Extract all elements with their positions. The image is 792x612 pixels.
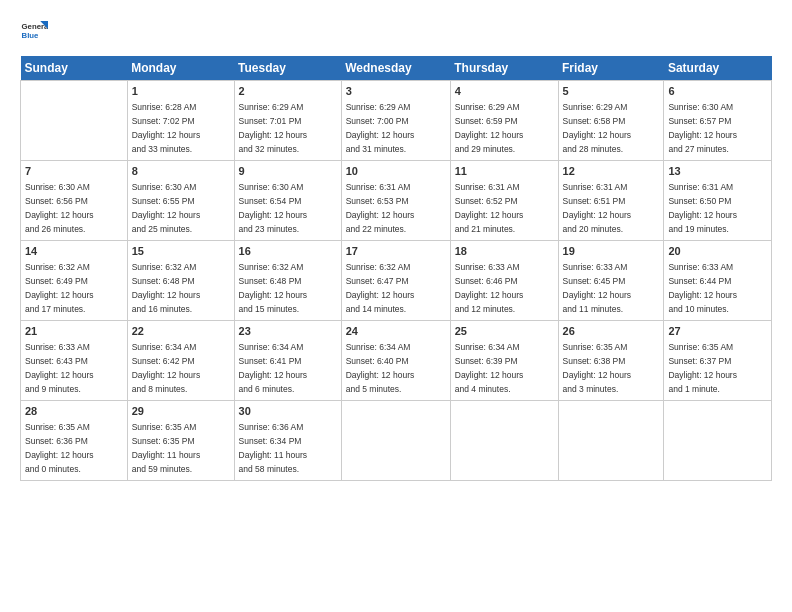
day-number: 23 <box>239 324 337 339</box>
day-number: 27 <box>668 324 767 339</box>
day-info: Sunrise: 6:34 AM Sunset: 6:41 PM Dayligh… <box>239 342 308 394</box>
day-number: 12 <box>563 164 660 179</box>
weekday-header-sunday: Sunday <box>21 56 128 81</box>
day-number: 30 <box>239 404 337 419</box>
day-info: Sunrise: 6:33 AM Sunset: 6:44 PM Dayligh… <box>668 262 737 314</box>
calendar-cell: 5Sunrise: 6:29 AM Sunset: 6:58 PM Daylig… <box>558 81 664 161</box>
day-number: 13 <box>668 164 767 179</box>
svg-text:Blue: Blue <box>22 31 40 40</box>
calendar-cell: 27Sunrise: 6:35 AM Sunset: 6:37 PM Dayli… <box>664 321 772 401</box>
weekday-header-friday: Friday <box>558 56 664 81</box>
day-info: Sunrise: 6:31 AM Sunset: 6:50 PM Dayligh… <box>668 182 737 234</box>
day-info: Sunrise: 6:29 AM Sunset: 6:59 PM Dayligh… <box>455 102 524 154</box>
day-number: 21 <box>25 324 123 339</box>
day-number: 6 <box>668 84 767 99</box>
calendar-cell: 19Sunrise: 6:33 AM Sunset: 6:45 PM Dayli… <box>558 241 664 321</box>
weekday-header-wednesday: Wednesday <box>341 56 450 81</box>
day-info: Sunrise: 6:35 AM Sunset: 6:38 PM Dayligh… <box>563 342 632 394</box>
day-number: 20 <box>668 244 767 259</box>
day-number: 26 <box>563 324 660 339</box>
day-info: Sunrise: 6:34 AM Sunset: 6:40 PM Dayligh… <box>346 342 415 394</box>
calendar-cell: 8Sunrise: 6:30 AM Sunset: 6:55 PM Daylig… <box>127 161 234 241</box>
day-info: Sunrise: 6:31 AM Sunset: 6:53 PM Dayligh… <box>346 182 415 234</box>
calendar-week-5: 28Sunrise: 6:35 AM Sunset: 6:36 PM Dayli… <box>21 401 772 481</box>
calendar-cell <box>450 401 558 481</box>
calendar-cell: 26Sunrise: 6:35 AM Sunset: 6:38 PM Dayli… <box>558 321 664 401</box>
calendar-cell: 28Sunrise: 6:35 AM Sunset: 6:36 PM Dayli… <box>21 401 128 481</box>
calendar-cell: 4Sunrise: 6:29 AM Sunset: 6:59 PM Daylig… <box>450 81 558 161</box>
day-info: Sunrise: 6:34 AM Sunset: 6:39 PM Dayligh… <box>455 342 524 394</box>
day-info: Sunrise: 6:32 AM Sunset: 6:48 PM Dayligh… <box>132 262 201 314</box>
day-number: 28 <box>25 404 123 419</box>
day-info: Sunrise: 6:30 AM Sunset: 6:54 PM Dayligh… <box>239 182 308 234</box>
calendar-cell: 9Sunrise: 6:30 AM Sunset: 6:54 PM Daylig… <box>234 161 341 241</box>
day-number: 29 <box>132 404 230 419</box>
day-info: Sunrise: 6:29 AM Sunset: 7:01 PM Dayligh… <box>239 102 308 154</box>
calendar-cell: 3Sunrise: 6:29 AM Sunset: 7:00 PM Daylig… <box>341 81 450 161</box>
calendar-week-2: 7Sunrise: 6:30 AM Sunset: 6:56 PM Daylig… <box>21 161 772 241</box>
calendar-cell: 12Sunrise: 6:31 AM Sunset: 6:51 PM Dayli… <box>558 161 664 241</box>
day-info: Sunrise: 6:36 AM Sunset: 6:34 PM Dayligh… <box>239 422 308 474</box>
weekday-header-thursday: Thursday <box>450 56 558 81</box>
day-info: Sunrise: 6:35 AM Sunset: 6:35 PM Dayligh… <box>132 422 201 474</box>
calendar-cell <box>341 401 450 481</box>
day-number: 25 <box>455 324 554 339</box>
day-info: Sunrise: 6:29 AM Sunset: 7:00 PM Dayligh… <box>346 102 415 154</box>
day-number: 10 <box>346 164 446 179</box>
day-number: 24 <box>346 324 446 339</box>
logo: General Blue <box>20 18 52 46</box>
day-number: 11 <box>455 164 554 179</box>
calendar-cell: 21Sunrise: 6:33 AM Sunset: 6:43 PM Dayli… <box>21 321 128 401</box>
calendar-cell: 1Sunrise: 6:28 AM Sunset: 7:02 PM Daylig… <box>127 81 234 161</box>
day-info: Sunrise: 6:35 AM Sunset: 6:36 PM Dayligh… <box>25 422 94 474</box>
calendar-week-3: 14Sunrise: 6:32 AM Sunset: 6:49 PM Dayli… <box>21 241 772 321</box>
day-number: 7 <box>25 164 123 179</box>
calendar-cell: 2Sunrise: 6:29 AM Sunset: 7:01 PM Daylig… <box>234 81 341 161</box>
day-number: 16 <box>239 244 337 259</box>
calendar-cell <box>21 81 128 161</box>
day-number: 15 <box>132 244 230 259</box>
day-number: 4 <box>455 84 554 99</box>
calendar-cell: 22Sunrise: 6:34 AM Sunset: 6:42 PM Dayli… <box>127 321 234 401</box>
day-info: Sunrise: 6:33 AM Sunset: 6:43 PM Dayligh… <box>25 342 94 394</box>
calendar-cell: 30Sunrise: 6:36 AM Sunset: 6:34 PM Dayli… <box>234 401 341 481</box>
calendar-cell: 17Sunrise: 6:32 AM Sunset: 6:47 PM Dayli… <box>341 241 450 321</box>
calendar-table: SundayMondayTuesdayWednesdayThursdayFrid… <box>20 56 772 481</box>
weekday-header-tuesday: Tuesday <box>234 56 341 81</box>
calendar-cell: 29Sunrise: 6:35 AM Sunset: 6:35 PM Dayli… <box>127 401 234 481</box>
day-info: Sunrise: 6:33 AM Sunset: 6:46 PM Dayligh… <box>455 262 524 314</box>
day-info: Sunrise: 6:32 AM Sunset: 6:49 PM Dayligh… <box>25 262 94 314</box>
calendar-cell <box>664 401 772 481</box>
day-number: 1 <box>132 84 230 99</box>
calendar-cell: 16Sunrise: 6:32 AM Sunset: 6:48 PM Dayli… <box>234 241 341 321</box>
calendar-cell: 23Sunrise: 6:34 AM Sunset: 6:41 PM Dayli… <box>234 321 341 401</box>
day-info: Sunrise: 6:30 AM Sunset: 6:55 PM Dayligh… <box>132 182 201 234</box>
calendar-cell: 10Sunrise: 6:31 AM Sunset: 6:53 PM Dayli… <box>341 161 450 241</box>
day-info: Sunrise: 6:32 AM Sunset: 6:47 PM Dayligh… <box>346 262 415 314</box>
calendar-cell: 18Sunrise: 6:33 AM Sunset: 6:46 PM Dayli… <box>450 241 558 321</box>
day-number: 5 <box>563 84 660 99</box>
day-info: Sunrise: 6:35 AM Sunset: 6:37 PM Dayligh… <box>668 342 737 394</box>
calendar-cell <box>558 401 664 481</box>
calendar-cell: 20Sunrise: 6:33 AM Sunset: 6:44 PM Dayli… <box>664 241 772 321</box>
calendar-cell: 6Sunrise: 6:30 AM Sunset: 6:57 PM Daylig… <box>664 81 772 161</box>
day-number: 2 <box>239 84 337 99</box>
weekday-header-saturday: Saturday <box>664 56 772 81</box>
day-number: 3 <box>346 84 446 99</box>
calendar-week-1: 1Sunrise: 6:28 AM Sunset: 7:02 PM Daylig… <box>21 81 772 161</box>
calendar-cell: 7Sunrise: 6:30 AM Sunset: 6:56 PM Daylig… <box>21 161 128 241</box>
calendar-cell: 15Sunrise: 6:32 AM Sunset: 6:48 PM Dayli… <box>127 241 234 321</box>
calendar-cell: 25Sunrise: 6:34 AM Sunset: 6:39 PM Dayli… <box>450 321 558 401</box>
calendar-cell: 14Sunrise: 6:32 AM Sunset: 6:49 PM Dayli… <box>21 241 128 321</box>
day-info: Sunrise: 6:31 AM Sunset: 6:52 PM Dayligh… <box>455 182 524 234</box>
day-info: Sunrise: 6:28 AM Sunset: 7:02 PM Dayligh… <box>132 102 201 154</box>
day-number: 14 <box>25 244 123 259</box>
day-info: Sunrise: 6:34 AM Sunset: 6:42 PM Dayligh… <box>132 342 201 394</box>
weekday-header-row: SundayMondayTuesdayWednesdayThursdayFrid… <box>21 56 772 81</box>
day-info: Sunrise: 6:30 AM Sunset: 6:57 PM Dayligh… <box>668 102 737 154</box>
day-info: Sunrise: 6:33 AM Sunset: 6:45 PM Dayligh… <box>563 262 632 314</box>
day-number: 8 <box>132 164 230 179</box>
weekday-header-monday: Monday <box>127 56 234 81</box>
calendar-week-4: 21Sunrise: 6:33 AM Sunset: 6:43 PM Dayli… <box>21 321 772 401</box>
day-info: Sunrise: 6:32 AM Sunset: 6:48 PM Dayligh… <box>239 262 308 314</box>
